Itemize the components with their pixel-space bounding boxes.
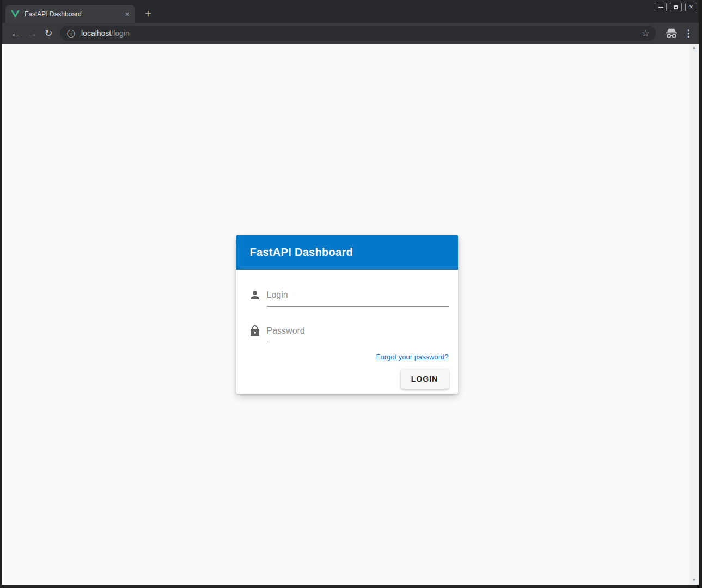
url-host: localhost <box>81 29 111 38</box>
login-card-body: Forgot your password? LOGIN <box>236 270 458 394</box>
url-text: localhost/login <box>81 29 130 38</box>
scroll-down-icon[interactable]: ▼ <box>692 578 697 583</box>
reload-icon[interactable]: ↻ <box>40 28 57 38</box>
tab-strip: FastAPI Dashboard × + × <box>2 0 699 23</box>
forgot-password-row: Forgot your password? <box>248 352 449 362</box>
site-info-icon[interactable]: ⓘ <box>67 29 75 38</box>
tab-title: FastAPI Dashboard <box>25 10 123 18</box>
back-icon[interactable]: ← <box>8 28 24 39</box>
maximize-icon <box>674 5 678 9</box>
browser-menu-icon[interactable]: ⋮ <box>682 29 694 38</box>
close-icon: × <box>689 4 693 10</box>
person-icon <box>248 289 261 302</box>
login-input[interactable] <box>267 289 449 307</box>
url-path: /login <box>111 29 129 38</box>
login-field-row <box>248 289 449 307</box>
password-input[interactable] <box>267 324 449 342</box>
incognito-icon <box>664 28 679 39</box>
browser-tab[interactable]: FastAPI Dashboard × <box>5 5 135 23</box>
window-controls: × <box>655 3 697 11</box>
close-button[interactable]: × <box>685 3 697 11</box>
minimize-button[interactable] <box>655 3 667 11</box>
address-bar[interactable]: ⓘ localhost/login ☆ <box>60 26 656 41</box>
tab-close-icon[interactable]: × <box>123 10 132 19</box>
minimize-icon <box>658 7 663 8</box>
page-scrollbar[interactable]: ▲ ▼ <box>689 44 699 585</box>
login-button-row: LOGIN <box>248 369 449 389</box>
maximize-button[interactable] <box>670 3 682 11</box>
page-content: FastAPI Dashboard <box>2 44 699 585</box>
login-card-header: FastAPI Dashboard <box>236 235 458 270</box>
bookmark-star-icon[interactable]: ☆ <box>642 29 650 38</box>
forgot-password-link[interactable]: Forgot your password? <box>376 353 449 361</box>
login-button[interactable]: LOGIN <box>401 369 449 389</box>
password-field-row <box>248 324 449 342</box>
new-tab-button[interactable]: + <box>141 8 155 20</box>
forward-icon[interactable]: → <box>24 28 40 39</box>
browser-window: FastAPI Dashboard × + × ← → ↻ ⓘ localhos… <box>0 0 702 588</box>
login-card: FastAPI Dashboard <box>236 235 458 394</box>
login-card-title: FastAPI Dashboard <box>250 246 353 259</box>
scroll-up-icon[interactable]: ▲ <box>692 46 697 50</box>
lock-icon <box>248 324 261 338</box>
vue-favicon-icon <box>11 10 20 19</box>
browser-toolbar: ← → ↻ ⓘ localhost/login ☆ ⋮ <box>2 23 699 44</box>
